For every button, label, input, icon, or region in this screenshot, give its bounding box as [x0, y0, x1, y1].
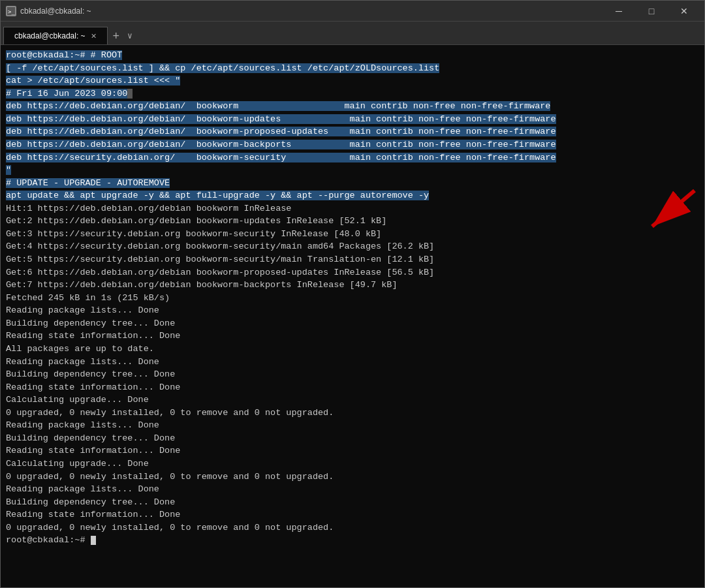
- line-35: Reading package lists... Done: [6, 483, 699, 496]
- titlebar: >_ cbkadal@cbkadal: ~ ─ □ ✕: [1, 1, 704, 22]
- line-24: All packages are up to date.: [6, 343, 699, 356]
- cursor-block: [91, 536, 96, 545]
- line-37: Reading state information... Done: [6, 508, 699, 521]
- window-controls: ─ □ ✕: [604, 1, 699, 22]
- terminal-window: >_ cbkadal@cbkadal: ~ ─ □ ✕ cbkadal@cbka…: [0, 0, 705, 588]
- line-11-highlight: # UPDATE - UPGRADE - AUTOREMOVE: [6, 178, 170, 188]
- line-3-highlight: cat > /etc/apt/sources.list <<< ": [6, 76, 180, 85]
- line-14: Get:2 https://deb.debian.org/debian book…: [6, 215, 699, 228]
- line-28: Calculating upgrade... Done: [6, 394, 699, 407]
- line-6-highlight: deb https://deb.debian.org/debian/ bookw…: [6, 114, 556, 124]
- line-27: Reading state information... Done: [6, 381, 699, 394]
- line-30: Reading package lists... Done: [6, 419, 699, 432]
- active-tab[interactable]: cbkadal@cbkadal: ~ ✕: [3, 27, 108, 44]
- line-9: deb https://security.debian.org/ bookwor…: [6, 151, 699, 164]
- line-4: # Fri 16 Jun 2023 09:00: [6, 87, 699, 101]
- line-34: 0 upgraded, 0 newly installed, 0 to remo…: [6, 471, 699, 484]
- line-26: Building dependency tree... Done: [6, 368, 699, 381]
- line-32: Reading state information... Done: [6, 444, 699, 457]
- line-5-highlight: deb https://deb.debian.org/debian/ bookw…: [6, 101, 550, 111]
- line-23: Reading state information... Done: [6, 330, 699, 343]
- minimize-button[interactable]: ─: [604, 1, 634, 22]
- line-6: deb https://deb.debian.org/debian/ bookw…: [6, 113, 699, 126]
- close-button[interactable]: ✕: [669, 1, 699, 22]
- line-5: deb https://deb.debian.org/debian/ bookw…: [6, 100, 699, 113]
- line-10: ": [6, 164, 699, 177]
- line-9-highlight: deb https://security.debian.org/ bookwor…: [6, 153, 556, 162]
- line-38: 0 upgraded, 0 newly installed, 0 to remo…: [6, 521, 699, 534]
- line-1: root@cbkadal:~# # ROOT: [6, 49, 699, 62]
- terminal-output[interactable]: root@cbkadal:~# # ROOT [ -f /etc/apt/sou…: [1, 45, 704, 587]
- line-7: deb https://deb.debian.org/debian/ bookw…: [6, 125, 699, 138]
- line-16: Get:4 https://security.debian.org bookwo…: [6, 240, 699, 253]
- line-3: cat > /etc/apt/sources.list <<< ": [6, 74, 699, 87]
- window-title: cbkadal@cbkadal: ~: [20, 7, 604, 16]
- line-4-highlight: # Fri 16 Jun 2023 09:00: [6, 89, 127, 99]
- line-2-highlight: [ -f /etc/apt/sources.list ] && cp /etc/…: [6, 63, 439, 73]
- line-15: Get:3 https://security.debian.org bookwo…: [6, 228, 699, 241]
- line-10-highlight: ": [6, 165, 11, 175]
- line-17: Get:5 https://security.debian.org bookwo…: [6, 253, 699, 266]
- line-39-prompt: root@cbkadal:~#: [6, 534, 699, 547]
- line-36: Building dependency tree... Done: [6, 496, 699, 509]
- line-12-highlight: apt update && apt upgrade -y && apt full…: [6, 191, 429, 200]
- line-31: Building dependency tree... Done: [6, 432, 699, 445]
- line-2: [ -f /etc/apt/sources.list ] && cp /etc/…: [6, 62, 699, 75]
- svg-text:>_: >_: [8, 8, 15, 15]
- line-11: # UPDATE - UPGRADE - AUTOREMOVE: [6, 177, 699, 190]
- tab-close-button[interactable]: ✕: [91, 32, 97, 40]
- line-8: deb https://deb.debian.org/debian/ bookw…: [6, 138, 699, 151]
- new-tab-button[interactable]: +: [108, 30, 125, 42]
- app-icon: >_: [6, 6, 16, 16]
- line-20: Fetched 245 kB in 1s (215 kB/s): [6, 292, 699, 305]
- line-1-highlight: root@cbkadal:~# # ROOT: [6, 50, 122, 60]
- maximize-button[interactable]: □: [636, 1, 666, 22]
- tab-dropdown-icon[interactable]: ∨: [125, 31, 135, 41]
- line-21: Reading package lists... Done: [6, 304, 699, 317]
- line-19: Get:7 https://deb.debian.org/debian book…: [6, 279, 699, 292]
- tab-label: cbkadal@cbkadal: ~: [14, 31, 86, 40]
- line-29: 0 upgraded, 0 newly installed, 0 to remo…: [6, 407, 699, 420]
- line-33: Calculating upgrade... Done: [6, 457, 699, 471]
- tab-bar: cbkadal@cbkadal: ~ ✕ + ∨: [1, 22, 704, 45]
- line-22: Building dependency tree... Done: [6, 317, 699, 330]
- line-8-highlight: deb https://deb.debian.org/debian/ bookw…: [6, 140, 556, 149]
- line-18: Get:6 https://deb.debian.org/debian book…: [6, 266, 699, 279]
- line-7-highlight: deb https://deb.debian.org/debian/ bookw…: [6, 127, 556, 136]
- line-13: Hit:1 https://deb.debian.org/debian book…: [6, 202, 699, 215]
- line-25: Reading package lists... Done: [6, 356, 699, 369]
- line-12: apt update && apt upgrade -y && apt full…: [6, 189, 699, 202]
